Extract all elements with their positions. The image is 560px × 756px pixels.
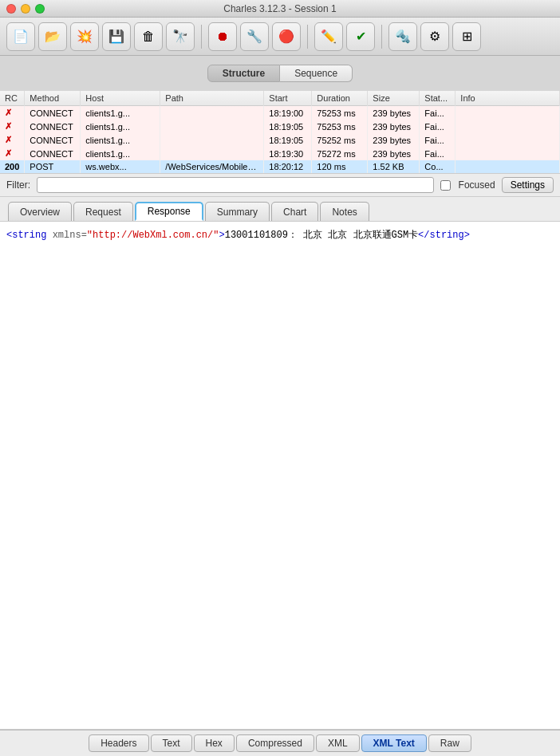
cell-status: Fai... bbox=[420, 106, 455, 120]
cell-start: 18:19:00 bbox=[264, 106, 312, 120]
col-rc: RC bbox=[0, 91, 25, 106]
check-button[interactable]: ✔ bbox=[346, 22, 375, 51]
titlebar: Charles 3.12.3 - Session 1 bbox=[0, 0, 560, 18]
cell-status: Fai... bbox=[420, 147, 455, 160]
tab-chart[interactable]: Chart bbox=[271, 202, 318, 221]
record-button[interactable]: ⏺ bbox=[208, 22, 237, 51]
format-compressed-button[interactable]: Compressed bbox=[236, 734, 314, 752]
new-button[interactable]: 📄 bbox=[6, 22, 35, 51]
toolbar: 📄 📂 💥 💾 🗑 🔭 ⏺ 🔧 🔴 ✏️ ✔ 🔩 ⚙ ⊞ bbox=[0, 18, 560, 56]
stop-button[interactable]: 🔴 bbox=[272, 22, 301, 51]
tools-button[interactable]: 🔧 bbox=[240, 22, 269, 51]
separator-2 bbox=[307, 25, 308, 49]
cell-duration: 75272 ms bbox=[312, 147, 368, 160]
cell-status: Fai... bbox=[420, 120, 455, 133]
search-button[interactable]: 🔭 bbox=[166, 22, 195, 51]
cell-host: clients1.g... bbox=[81, 120, 160, 133]
view-mode-control: Structure Sequence bbox=[207, 65, 353, 82]
cell-start: 18:19:05 bbox=[264, 133, 312, 147]
wrench-button[interactable]: 🔩 bbox=[388, 22, 417, 51]
col-host: Host bbox=[81, 91, 160, 106]
cell-info bbox=[455, 147, 560, 160]
table-row[interactable]: ✗CONNECTclients1.g...18:19:0075253 ms239… bbox=[0, 106, 560, 120]
tab-overview[interactable]: Overview bbox=[8, 202, 72, 221]
cell-method: POST bbox=[25, 160, 81, 173]
window-controls[interactable] bbox=[6, 4, 45, 14]
structure-sequence-bar: Structure Sequence bbox=[0, 56, 560, 91]
cell-host: clients1.g... bbox=[81, 106, 160, 120]
save-button[interactable]: 💾 bbox=[102, 22, 131, 51]
cell-duration: 75253 ms bbox=[312, 120, 368, 133]
tab-summary[interactable]: Summary bbox=[205, 202, 270, 221]
cell-size: 239 bytes bbox=[368, 120, 420, 133]
cell-info bbox=[455, 160, 560, 173]
cell-path bbox=[160, 106, 264, 120]
focused-checkbox[interactable] bbox=[440, 180, 451, 191]
format-xmltext-button[interactable]: XML Text bbox=[361, 734, 427, 752]
cell-size: 239 bytes bbox=[368, 106, 420, 120]
format-bar: Headers Text Hex Compressed XML XML Text… bbox=[0, 730, 560, 756]
detail-tabs-bar: Overview Request Response Summary Chart … bbox=[0, 197, 560, 222]
focused-label: Focused bbox=[459, 179, 495, 191]
col-status: Stat... bbox=[420, 91, 455, 106]
col-start: Start bbox=[264, 91, 312, 106]
cell-method: CONNECT bbox=[25, 106, 81, 120]
cell-size: 239 bytes bbox=[368, 133, 420, 147]
grid-button[interactable]: ⊞ bbox=[452, 22, 481, 51]
cell-method: CONNECT bbox=[25, 147, 81, 160]
format-headers-button[interactable]: Headers bbox=[89, 734, 148, 752]
cell-info bbox=[455, 106, 560, 120]
cell-start: 18:19:30 bbox=[264, 147, 312, 160]
col-method: Method bbox=[25, 91, 81, 106]
format-raw-button[interactable]: Raw bbox=[428, 734, 471, 752]
cell-size: 1.52 KB bbox=[368, 160, 420, 173]
cell-rc: ✗ bbox=[0, 106, 25, 120]
col-duration: Duration bbox=[312, 91, 368, 106]
format-hex-button[interactable]: Hex bbox=[194, 734, 235, 752]
sequence-tab[interactable]: Sequence bbox=[280, 65, 353, 82]
cell-method: CONNECT bbox=[25, 120, 81, 133]
cell-path bbox=[160, 133, 264, 147]
tab-response[interactable]: Response bbox=[135, 202, 203, 221]
response-content-area: <string xmlns="http://WebXml.com.cn/">13… bbox=[0, 222, 560, 730]
cell-host: clients1.g... bbox=[81, 147, 160, 160]
cell-method: CONNECT bbox=[25, 133, 81, 147]
close-session-button[interactable]: 💥 bbox=[70, 22, 99, 51]
col-info: Info bbox=[455, 91, 560, 106]
cell-host: clients1.g... bbox=[81, 133, 160, 147]
cell-host: ws.webx... bbox=[81, 160, 160, 173]
tab-notes[interactable]: Notes bbox=[320, 202, 369, 221]
separator-3 bbox=[381, 25, 382, 49]
edit-button[interactable]: ✏️ bbox=[314, 22, 343, 51]
format-text-button[interactable]: Text bbox=[151, 734, 192, 752]
close-button[interactable] bbox=[6, 4, 16, 14]
cell-rc: ✗ bbox=[0, 133, 25, 147]
table-row[interactable]: ✗CONNECTclients1.g...18:19:0575252 ms239… bbox=[0, 133, 560, 147]
cell-info bbox=[455, 120, 560, 133]
filter-settings-button[interactable]: Settings bbox=[502, 177, 554, 193]
delete-button[interactable]: 🗑 bbox=[134, 22, 163, 51]
open-button[interactable]: 📂 bbox=[38, 22, 67, 51]
format-xml-button[interactable]: XML bbox=[316, 734, 360, 752]
filter-input[interactable] bbox=[37, 177, 434, 193]
col-size: Size bbox=[368, 91, 420, 106]
cell-status: Co... bbox=[420, 160, 455, 173]
cell-duration: 120 ms bbox=[312, 160, 368, 173]
tab-request[interactable]: Request bbox=[73, 202, 133, 221]
cell-status: Fai... bbox=[420, 133, 455, 147]
cell-path bbox=[160, 120, 264, 133]
table-row[interactable]: ✗CONNECTclients1.g...18:19:0575253 ms239… bbox=[0, 120, 560, 133]
structure-tab[interactable]: Structure bbox=[207, 65, 280, 82]
col-path: Path bbox=[160, 91, 264, 106]
cell-rc: ✗ bbox=[0, 147, 25, 160]
cell-path bbox=[160, 147, 264, 160]
table-header-row: RC Method Host Path Start Duration Size … bbox=[0, 91, 560, 106]
cell-size: 239 bytes bbox=[368, 147, 420, 160]
maximize-button[interactable] bbox=[35, 4, 45, 14]
cell-duration: 75253 ms bbox=[312, 106, 368, 120]
table-row[interactable]: ✗CONNECTclients1.g...18:19:3075272 ms239… bbox=[0, 147, 560, 160]
minimize-button[interactable] bbox=[21, 4, 30, 14]
gear-button[interactable]: ⚙ bbox=[420, 22, 449, 51]
cell-start: 18:19:05 bbox=[264, 120, 312, 133]
table-row[interactable]: 200POSTws.webx.../WebServices/MobileC...… bbox=[0, 160, 560, 173]
